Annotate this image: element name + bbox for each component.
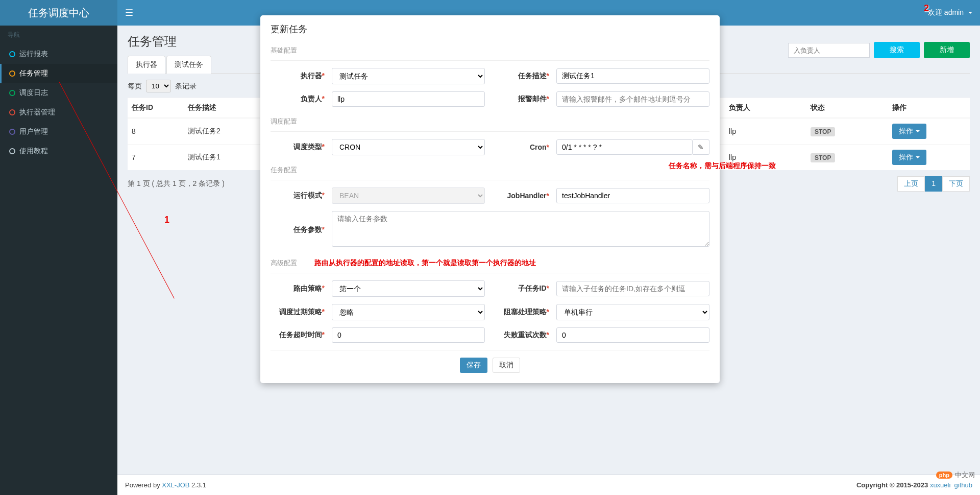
lbl-handler: JobHandler* bbox=[495, 192, 556, 200]
sidebar-toggle-icon[interactable]: ☰ bbox=[125, 7, 133, 18]
block-select[interactable]: 单机串行 bbox=[556, 304, 709, 320]
caret-down-icon bbox=[968, 12, 972, 14]
lbl-owner: 负责人* bbox=[271, 95, 332, 104]
cell-id: 8 bbox=[128, 118, 184, 145]
add-button[interactable]: 新增 bbox=[924, 42, 970, 58]
section-schedule: 调度配置 bbox=[271, 114, 709, 132]
pager-prefix: 每页 bbox=[128, 82, 142, 91]
owner-input[interactable] bbox=[332, 91, 485, 107]
search-button[interactable]: 搜索 bbox=[874, 42, 920, 58]
modal-title: 更新任务 bbox=[260, 15, 720, 43]
annotation-handler-note: 任务名称，需与后端程序保持一致 bbox=[669, 161, 776, 171]
sidebar-item-label: 使用教程 bbox=[19, 147, 48, 156]
circle-icon bbox=[9, 51, 15, 57]
section-task: 任务配置 bbox=[271, 162, 709, 180]
child-input[interactable] bbox=[556, 281, 709, 296]
page-number[interactable]: 1 bbox=[925, 176, 942, 192]
circle-icon bbox=[9, 109, 15, 115]
sidebar-item-job[interactable]: 任务管理 bbox=[0, 64, 117, 83]
status-badge: STOP bbox=[811, 127, 835, 136]
brand[interactable]: 任务调度中心 bbox=[0, 0, 117, 26]
cell-status: STOP bbox=[806, 145, 888, 171]
lbl-timeout: 任务超时时间* bbox=[271, 331, 332, 340]
sidebar-item-label: 运行报表 bbox=[19, 50, 48, 59]
owner-search-input[interactable] bbox=[788, 43, 870, 58]
circle-icon bbox=[9, 70, 15, 77]
status-badge: STOP bbox=[811, 153, 835, 162]
col-status[interactable]: 状态 bbox=[806, 98, 888, 119]
circle-icon bbox=[9, 148, 15, 154]
tab-testjob[interactable]: 测试任务 bbox=[166, 56, 211, 74]
caret-down-icon bbox=[916, 156, 920, 158]
annotation-number-1: 1 bbox=[164, 215, 169, 225]
cell-owner: llp bbox=[725, 118, 806, 145]
sidebar-item-label: 调度日志 bbox=[19, 88, 48, 98]
page-prev[interactable]: 上页 bbox=[897, 176, 925, 192]
footer-link-github[interactable]: github bbox=[954, 481, 972, 489]
lbl-mode: 运行模式* bbox=[271, 191, 332, 200]
col-id[interactable]: 任务ID bbox=[128, 98, 184, 119]
pagination: 上页 1 下页 bbox=[897, 176, 970, 192]
lbl-params: 任务参数* bbox=[271, 225, 332, 234]
footer-link-author[interactable]: xuxueli bbox=[930, 481, 950, 489]
cell-op: 操作 bbox=[888, 145, 970, 171]
sidebar-header: 导航 bbox=[0, 26, 117, 44]
row-op-button[interactable]: 操作 bbox=[892, 124, 926, 139]
user-greeting: 欢迎 admin bbox=[928, 8, 964, 17]
cancel-button[interactable]: 取消 bbox=[493, 358, 520, 373]
save-button[interactable]: 保存 bbox=[460, 358, 487, 373]
lbl-child: 子任务ID* bbox=[495, 284, 556, 293]
page-next[interactable]: 下页 bbox=[942, 176, 970, 192]
cron-edit-icon[interactable]: ✎ bbox=[693, 139, 709, 155]
watermark: php中文网 bbox=[936, 470, 975, 480]
sidebar-item-executor[interactable]: 执行器管理 bbox=[0, 103, 117, 122]
desc-input[interactable] bbox=[556, 68, 709, 84]
sidebar-item-log[interactable]: 调度日志 bbox=[0, 83, 117, 103]
expire-select[interactable]: 忽略 bbox=[332, 304, 485, 320]
params-textarea[interactable] bbox=[332, 211, 709, 247]
table-summary: 第 1 页 ( 总共 1 页，2 条记录 ) bbox=[128, 179, 225, 188]
retry-input[interactable] bbox=[556, 327, 709, 343]
lbl-sched-type: 调度类型* bbox=[271, 143, 332, 152]
lbl-route: 路由策略* bbox=[271, 284, 332, 293]
user-menu[interactable]: 欢迎 admin bbox=[928, 8, 972, 17]
page-size-select[interactable]: 10 bbox=[146, 80, 171, 92]
annotation-route-note: 路由从执行器的配置的地址读取，第一个就是读取第一个执行器的地址 bbox=[314, 258, 536, 267]
lbl-expire: 调度过期策略* bbox=[271, 308, 332, 317]
php-logo-icon: php bbox=[936, 472, 952, 479]
sidebar: 导航 运行报表 任务管理 调度日志 执行器管理 用户管理 使用教程 bbox=[0, 26, 117, 495]
footer-right: Copyright © 2015-2023 xuxueli github bbox=[856, 481, 972, 489]
tab-executor[interactable]: 执行器 bbox=[128, 56, 165, 74]
cell-op: 操作 bbox=[888, 118, 970, 145]
col-op[interactable]: 操作 bbox=[888, 98, 970, 119]
timeout-input[interactable] bbox=[332, 327, 485, 343]
circle-icon bbox=[9, 129, 15, 135]
mode-select[interactable]: BEAN bbox=[332, 187, 485, 204]
executor-select[interactable]: 测试任务 bbox=[332, 68, 485, 84]
caret-down-icon bbox=[916, 130, 920, 132]
lbl-block: 阻塞处理策略* bbox=[495, 308, 556, 317]
cron-input[interactable] bbox=[556, 139, 693, 155]
sidebar-item-report[interactable]: 运行报表 bbox=[0, 44, 117, 64]
sidebar-item-label: 用户管理 bbox=[19, 127, 48, 136]
row-op-button[interactable]: 操作 bbox=[892, 150, 926, 165]
section-basic: 基础配置 bbox=[271, 43, 709, 61]
footer: Powered by XXL-JOB 2.3.1 Copyright © 201… bbox=[117, 475, 980, 495]
lbl-alarm: 报警邮件* bbox=[495, 95, 556, 104]
alarm-input[interactable] bbox=[556, 91, 709, 107]
lbl-executor: 执行器* bbox=[271, 72, 332, 81]
top-controls: 搜索 新增 bbox=[788, 42, 970, 58]
lbl-desc: 任务描述* bbox=[495, 72, 556, 81]
circle-icon bbox=[9, 90, 15, 96]
lbl-retry: 失败重试次数* bbox=[495, 331, 556, 340]
section-advanced: 高级配置 路由从执行器的配置的地址读取，第一个就是读取第一个执行器的地址 bbox=[271, 255, 709, 273]
sidebar-item-label: 任务管理 bbox=[19, 69, 48, 78]
route-select[interactable]: 第一个 bbox=[332, 280, 485, 297]
footer-link-xxljob[interactable]: XXL-JOB bbox=[162, 481, 189, 489]
sched-type-select[interactable]: CRON bbox=[332, 139, 485, 155]
sidebar-item-label: 执行器管理 bbox=[19, 108, 55, 117]
sidebar-item-user[interactable]: 用户管理 bbox=[0, 122, 117, 142]
lbl-cron: Cron* bbox=[495, 143, 556, 151]
col-owner[interactable]: 负责人 bbox=[725, 98, 806, 119]
handler-input[interactable] bbox=[556, 188, 709, 203]
